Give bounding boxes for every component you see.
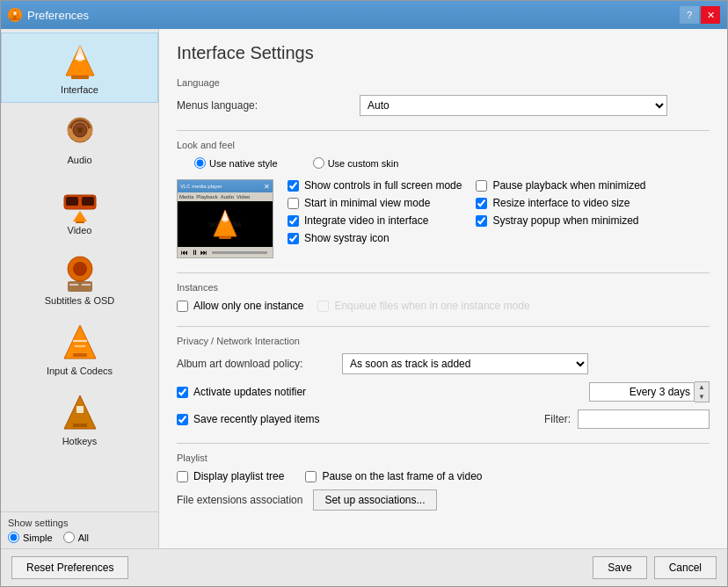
svg-rect-11 <box>68 128 72 135</box>
svg-rect-12 <box>88 128 92 135</box>
resize-video-row[interactable]: Resize interface to video size <box>476 197 650 209</box>
subtitles-icon <box>59 251 101 294</box>
native-style-label[interactable]: Use native style <box>194 157 278 169</box>
every-days-input[interactable] <box>589 382 695 402</box>
pause-last-frame-row[interactable]: Pause on the last frame of a video <box>305 470 482 482</box>
sidebar-item-interface[interactable]: Interface <box>1 33 158 103</box>
interface-icon <box>59 40 101 83</box>
svg-marker-17 <box>73 211 87 221</box>
systray-popup-check[interactable] <box>476 215 487 227</box>
page-title: Interface Settings <box>177 43 710 63</box>
svg-rect-30 <box>76 406 84 413</box>
enqueue-check <box>317 301 329 312</box>
language-row: Menus language: Auto English French Germ… <box>177 95 710 116</box>
close-button[interactable]: ✕ <box>701 6 720 24</box>
pause-minimized-check[interactable] <box>476 180 487 192</box>
sidebar-audio-label: Audio <box>67 155 91 165</box>
display-tree-row[interactable]: Display playlist tree <box>177 470 284 482</box>
native-style-radio[interactable] <box>194 157 206 169</box>
svg-point-3 <box>13 11 17 15</box>
instances-section: Instances Allow only one instance Enqueu… <box>177 282 710 312</box>
look-feel-title: Look and feel <box>177 140 710 150</box>
sidebar-hotkeys-label: Hotkeys <box>62 436 98 446</box>
svg-rect-15 <box>82 197 94 206</box>
activate-updates-row[interactable]: Activate updates notifier <box>177 386 353 398</box>
reset-preferences-button[interactable]: Reset Preferences <box>11 556 128 579</box>
integrate-video-check[interactable] <box>288 215 299 227</box>
language-section: Language Menus language: Auto English Fr… <box>177 77 710 116</box>
preview-area: VLC media player ✕ Media Playback Audio … <box>177 179 710 258</box>
systray-row[interactable]: Show systray icon <box>288 232 462 244</box>
integrate-video-row[interactable]: Integrate video in interface <box>288 214 462 227</box>
display-tree-check[interactable] <box>177 471 188 482</box>
all-radio-label[interactable]: All <box>63 532 89 543</box>
save-button[interactable]: Save <box>593 556 646 579</box>
set-up-associations-button[interactable]: Set up associations... <box>313 489 436 511</box>
sidebar-input-label: Input & Codecs <box>47 366 113 376</box>
activate-updates-check[interactable] <box>177 387 188 398</box>
cancel-button[interactable]: Cancel <box>654 556 717 579</box>
spinner-down[interactable]: ▼ <box>695 392 709 402</box>
sidebar-item-input[interactable]: Input & Codecs <box>1 314 158 384</box>
sidebar-item-audio[interactable]: Audio <box>1 103 158 173</box>
systray-check[interactable] <box>288 233 299 244</box>
spinner-up[interactable]: ▲ <box>695 382 709 392</box>
privacy-section: Privacy / Network Interaction Album art … <box>177 336 710 429</box>
bottom-right: Save Cancel <box>593 556 717 579</box>
systray-popup-row[interactable]: Systray popup when minimized <box>476 214 650 227</box>
pause-last-frame-check[interactable] <box>305 471 317 482</box>
simple-radio[interactable] <box>8 532 19 543</box>
titlebar: Preferences ? ✕ <box>1 1 727 29</box>
svg-rect-1 <box>13 16 17 18</box>
video-icon <box>59 181 101 223</box>
sidebar-item-subtitles[interactable]: Subtitles & OSD <box>1 243 158 314</box>
sidebar-item-hotkeys[interactable]: Hotkeys <box>1 384 158 454</box>
vlc-preview: VLC media player ✕ Media Playback Audio … <box>177 179 273 258</box>
updates-row: Activate updates notifier ▲ ▼ <box>177 381 710 402</box>
every-days-wrap: ▲ ▼ <box>589 381 710 402</box>
resize-video-check[interactable] <box>476 198 487 209</box>
minimal-view-check[interactable] <box>288 198 299 209</box>
instances-title: Instances <box>177 282 710 293</box>
all-radio[interactable] <box>63 532 75 543</box>
sidebar-video-label: Video <box>68 225 92 236</box>
sidebar-interface-label: Interface <box>61 84 98 95</box>
minimal-view-row[interactable]: Start in minimal view mode <box>288 197 462 209</box>
svg-rect-21 <box>68 281 92 292</box>
svg-point-10 <box>77 127 83 133</box>
album-art-select[interactable]: As soon as track is added Never Always M… <box>342 353 588 374</box>
filter-input[interactable] <box>578 409 710 429</box>
main-content: Interface Settings Language Menus langua… <box>159 29 727 548</box>
menus-language-label: Menus language: <box>177 99 353 112</box>
show-settings-label: Show settings <box>8 518 151 528</box>
help-button[interactable]: ? <box>680 6 699 24</box>
bottom-left: Reset Preferences <box>11 556 128 579</box>
allow-one-instance-row[interactable]: Allow only one instance <box>177 300 303 312</box>
album-art-label: Album art download policy: <box>177 358 335 370</box>
spinner-buttons: ▲ ▼ <box>695 381 710 402</box>
simple-radio-label[interactable]: Simple <box>8 532 53 543</box>
window-title: Preferences <box>27 9 89 22</box>
svg-point-7 <box>76 54 84 62</box>
save-recently-check[interactable] <box>177 414 188 425</box>
style-radio-group: Use native style Use custom skin <box>177 157 710 169</box>
recently-played-row: Save recently played items Filter: <box>177 409 710 429</box>
fullscreen-controls-check[interactable] <box>288 180 299 192</box>
custom-skin-label[interactable]: Use custom skin <box>313 157 399 169</box>
save-recently-row[interactable]: Save recently played items <box>177 413 353 425</box>
sidebar-items: Interface Audio <box>1 29 158 511</box>
svg-point-34 <box>222 217 228 222</box>
language-select[interactable]: Auto English French German Spanish <box>360 95 667 116</box>
fullscreen-controls-row[interactable]: Show controls in full screen mode <box>288 179 462 192</box>
custom-skin-radio[interactable] <box>313 157 324 169</box>
playlist-row2: File extensions association Set up assoc… <box>177 489 710 511</box>
sidebar-item-video[interactable]: Video <box>1 173 158 243</box>
album-art-row: Album art download policy: As soon as tr… <box>177 353 710 374</box>
pause-minimized-row[interactable]: Pause playback when minimized <box>476 179 650 192</box>
hotkeys-icon <box>59 392 101 434</box>
playlist-title: Playlist <box>177 453 710 463</box>
svg-rect-25 <box>73 353 87 357</box>
bottom-bar: Reset Preferences Save Cancel <box>1 548 727 586</box>
look-feel-section: Look and feel Use native style Use custo… <box>177 140 710 258</box>
allow-one-instance-check[interactable] <box>177 301 188 312</box>
